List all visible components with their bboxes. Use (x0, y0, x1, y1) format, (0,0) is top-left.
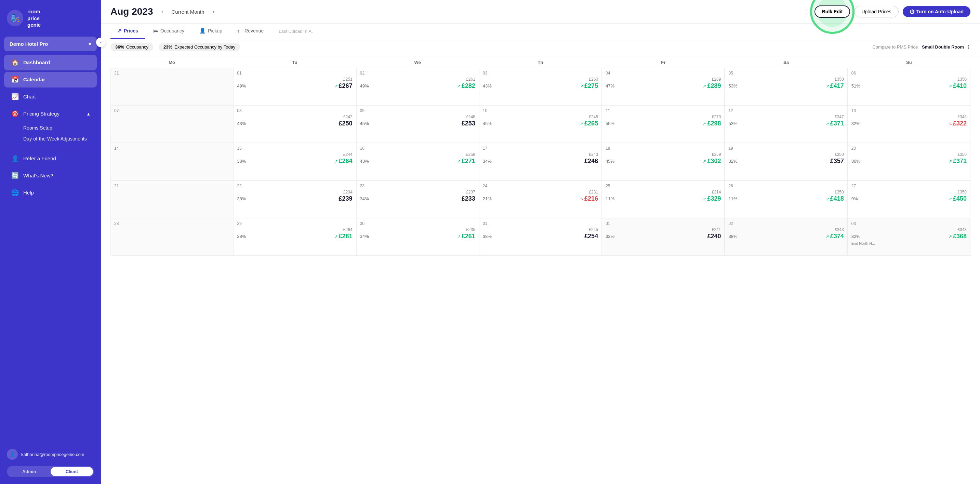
cell-price-row: ↗ £281 (334, 233, 353, 240)
table-row[interactable]: 26 £350 11% ↗ £418 (725, 181, 847, 218)
table-row[interactable]: 05 £350 53% ↗ £417 (725, 68, 847, 105)
sidebar-item-pricing-strategy[interactable]: 🎯 Pricing Strategy ▴ (4, 106, 97, 122)
cell-price-row: ↘ £322 (948, 120, 967, 127)
tab-prices[interactable]: ↗ Prices (110, 24, 145, 39)
sidebar-item-calendar[interactable]: 📅 Calendar (4, 72, 97, 87)
cell-date: 14 (114, 146, 229, 151)
sidebar-item-help[interactable]: 🌐 Help (4, 185, 97, 201)
cell-date: 24 (483, 184, 598, 188)
cell-price: £267 (339, 83, 353, 90)
table-row[interactable]: 09 £248 45% £253 (356, 105, 479, 143)
sidebar-item-refer[interactable]: 👤 Refer a Friend (4, 151, 97, 167)
more-options-button[interactable]: ⋮ (803, 8, 810, 16)
cell-date: 13 (851, 108, 967, 113)
table-row[interactable]: 24 £231 21% ↘ £216 (479, 181, 602, 218)
cell-prev-price: £241 (606, 227, 721, 232)
brand-name: roompricegenie (27, 8, 41, 29)
table-row[interactable]: 06 £350 51% ↗ £410 (848, 68, 970, 105)
sidebar-toggle[interactable]: ‹ (96, 38, 106, 47)
table-row[interactable]: 14 (110, 143, 233, 181)
cell-price-row: £253 (461, 120, 475, 127)
table-row[interactable]: 31 £245 38% £254 (479, 218, 602, 255)
cell-date: 26 (728, 184, 843, 188)
table-row[interactable]: 13 £348 32% ↘ £322 (848, 105, 970, 143)
table-row[interactable]: 23 £237 34% £233 (356, 181, 479, 218)
sidebar-bottom: 👤 katharina@roompricegenie.com Admin Cli… (0, 441, 101, 484)
cell-price-row: ↗ £450 (948, 195, 967, 202)
table-row[interactable]: 22 £234 38% £239 (233, 181, 356, 218)
table-row[interactable]: 21 (110, 181, 233, 218)
next-month-button[interactable]: › (210, 7, 217, 17)
sidebar-item-whats-new[interactable]: 🔄 What's New? (4, 168, 97, 184)
table-row[interactable]: 02 £261 49% ↗ £282 (356, 68, 479, 105)
table-row[interactable]: 31 (110, 68, 233, 105)
arrow-up-icon: ↗ (457, 234, 461, 239)
table-row[interactable]: 01 £251 49% ↗ £267 (233, 68, 356, 105)
table-row[interactable]: 30 £235 34% ↗ £261 (356, 218, 479, 255)
end-label: End North H... (851, 241, 967, 245)
table-row[interactable]: 10 £245 45% ↗ £265 (479, 105, 602, 143)
cell-date: 02 (360, 71, 475, 76)
expected-occupancy-badge: 23% Expected Occupancy by Today (159, 43, 240, 51)
table-row[interactable]: 12 £347 53% ↗ £371 (725, 105, 847, 143)
sidebar-item-dow-adjustments[interactable]: Day-of-the-Week Adjustments (19, 133, 101, 144)
room-selector[interactable]: Small Double Room ⋮ (922, 44, 970, 49)
cell-price-row: £246 (584, 157, 598, 165)
sidebar-item-rooms-setup[interactable]: Rooms Setup (19, 122, 101, 133)
upload-prices-button[interactable]: Upload Prices (854, 6, 898, 17)
cell-price-row: £240 (707, 233, 721, 240)
bulk-edit-button[interactable]: Bulk Edit (815, 5, 850, 18)
tab-revenue[interactable]: 🏷 Revenue (231, 24, 270, 39)
user-row: 👤 katharina@roompricegenie.com (4, 445, 97, 463)
table-row[interactable]: 07 (110, 105, 233, 143)
sidebar-item-chart[interactable]: 📈 Chart (4, 89, 97, 105)
table-row[interactable]: 25 £314 11% ↗ £329 (602, 181, 725, 218)
table-row[interactable]: 16 £258 43% ↗ £271 (356, 143, 479, 181)
cell-row: 55% ↗ £298 (606, 120, 721, 127)
occupancy-badge: 36% Occupancy (110, 43, 153, 51)
cell-price-row: £239 (339, 195, 353, 202)
cell-prev-price: £248 (360, 114, 475, 119)
tab-pickup[interactable]: 👤 Pickup (192, 24, 229, 39)
cell-row: 34% £246 (483, 157, 598, 165)
table-row[interactable]: 03 £260 43% ↗ £275 (479, 68, 602, 105)
table-row[interactable]: 04 £269 47% ↗ £289 (602, 68, 725, 105)
prev-month-button[interactable]: ‹ (159, 7, 166, 17)
table-row[interactable]: 01 £241 32% £240 (602, 218, 725, 255)
table-row[interactable]: 29 £264 28% ↗ £281 (233, 218, 356, 255)
table-row[interactable]: 11 £273 55% ↗ £298 (602, 105, 725, 143)
cell-price: £282 (461, 83, 475, 90)
day-header-su: Su (848, 59, 970, 66)
cell-date: 17 (483, 146, 598, 151)
cell-occupancy: 47% (606, 83, 614, 89)
cell-row: 43% ↗ £275 (483, 83, 598, 90)
auto-upload-button[interactable]: ⏻ Turn on Auto-Upload (903, 6, 970, 17)
table-row[interactable]: 20 £350 30% ↗ £371 (848, 143, 970, 181)
table-row[interactable]: 27 £350 9% ↗ £450 (848, 181, 970, 218)
table-row[interactable]: 17 £243 34% £246 (479, 143, 602, 181)
cell-row: 53% ↗ £417 (728, 83, 843, 90)
hotel-selector[interactable]: Demo Hotel Pro ▾ (4, 36, 97, 51)
admin-role-button[interactable]: Admin (8, 467, 51, 476)
sidebar-item-label: Chart (23, 94, 36, 100)
table-row[interactable]: 18 £259 45% ↗ £302 (602, 143, 725, 181)
table-row[interactable]: 03 £348 32% ↗ £368 End North H... (848, 218, 970, 255)
table-row[interactable]: 28 (110, 218, 233, 255)
table-row[interactable]: 19 £350 32% £357 (725, 143, 847, 181)
cell-occupancy: 45% (360, 121, 369, 126)
cell-date: 16 (360, 146, 475, 151)
day-header-th: Th (479, 59, 602, 66)
calendar-grid: 31 01 £251 49% ↗ £267 02 £261 49% (110, 68, 970, 255)
client-role-button[interactable]: Client (51, 467, 93, 476)
sidebar-item-dashboard[interactable]: 🏠 Dashboard (4, 55, 97, 70)
cell-prev-price: £350 (851, 152, 967, 157)
table-row[interactable]: 08 £242 43% £250 (233, 105, 356, 143)
tab-occupancy[interactable]: 🛏 Occupancy (146, 24, 191, 39)
table-row[interactable]: 15 £244 38% ↗ £264 (233, 143, 356, 181)
cell-price-row: ↗ £267 (334, 83, 353, 90)
tab-bar: ↗ Prices 🛏 Occupancy 👤 Pickup 🏷 Revenue … (101, 24, 980, 39)
cell-occupancy: 49% (360, 83, 369, 89)
cell-prev-price: £350 (728, 77, 843, 82)
cell-occupancy: 38% (483, 234, 492, 239)
table-row[interactable]: 02 £343 38% ↗ £374 (725, 218, 847, 255)
